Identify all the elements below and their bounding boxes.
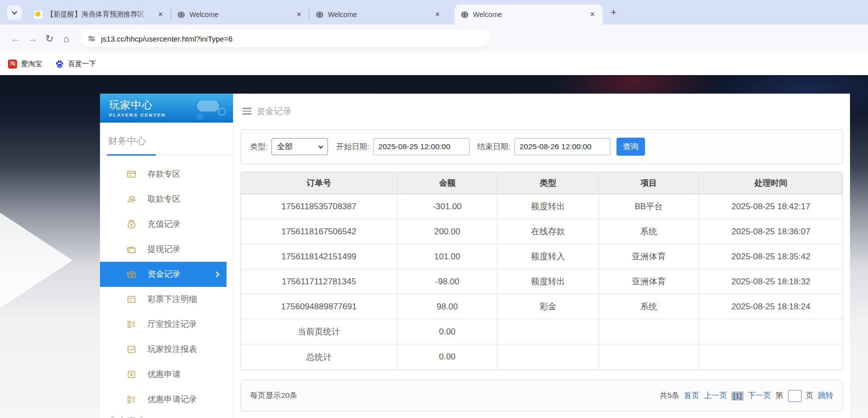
- withdraw-hand-icon: [126, 194, 136, 204]
- filter-bar: 类型: 全部 开始日期: 结束日期: 查询: [240, 129, 843, 164]
- cell-order-no: 1756118167506542: [241, 219, 397, 244]
- taobao-icon: 淘: [8, 60, 17, 69]
- forward-icon[interactable]: →: [24, 30, 41, 47]
- type-select[interactable]: 全部: [272, 138, 328, 155]
- sidebar-banner: 玩家中心 PLAYERS CENTER: [100, 94, 233, 123]
- cell-order-no: 1756118142151499: [241, 244, 397, 269]
- sidebar-item-withdraw-zone[interactable]: 取款专区: [100, 187, 233, 212]
- webpage-background: 玩家中心 PLAYERS CENTER 财务中心 存款专区 取款专区: [0, 75, 868, 418]
- type-label: 类型:: [250, 142, 268, 152]
- sidebar: 玩家中心 PLAYERS CENTER 财务中心 存款专区 取款专区: [100, 94, 233, 418]
- cell-process-time: 2025-08-25 18:35:42: [698, 244, 842, 269]
- table-row: 1756118167506542 200.00 在线存款 系统 2025-08-…: [241, 219, 842, 244]
- chevron-down-icon: [12, 9, 17, 15]
- money-bag-icon: [126, 219, 136, 229]
- table-row: 1756117112781345 -98.00 额度转出 亚洲体育 2025-0…: [241, 269, 842, 294]
- sidebar-item-withdraw-records[interactable]: 提现记录: [100, 237, 233, 262]
- cell-type: 彩金: [497, 294, 598, 319]
- summary-row-current-page: 当前页统计 0.00: [241, 319, 842, 344]
- document-list-icon: [126, 294, 136, 304]
- summary-label: 总统计: [241, 344, 397, 369]
- prev-page-link[interactable]: 上一页: [704, 390, 728, 401]
- cell-project: 亚洲体育: [598, 269, 699, 294]
- sidebar-section-title: 财务中心: [100, 123, 233, 155]
- gamepad-icon: [193, 97, 228, 120]
- main-content: 资金记录 类型: 全部 开始日期: 结束日期: 查询 订单号: [233, 94, 850, 418]
- reload-icon[interactable]: ↻: [41, 30, 58, 47]
- cell-amount: 101.00: [397, 244, 498, 269]
- tab-welcome-1[interactable]: Welcome ×: [171, 5, 309, 25]
- tab-search-button[interactable]: [7, 5, 22, 20]
- cell-order-no: 1756118535708387: [241, 194, 397, 219]
- pagination-bar: 每页显示20条 共5条 首页 上一页 [1] 下一页 第 页 跳转: [240, 380, 843, 411]
- content-header: 资金记录: [240, 94, 843, 119]
- tab-strip: 【新提醒】海燕体育预测推荐区 × Welcome × Welcome × Wel…: [0, 0, 868, 25]
- column-header-amount: 金额: [397, 172, 498, 194]
- tab-haiyan[interactable]: 【新提醒】海燕体育预测推荐区 ×: [28, 5, 170, 25]
- url-text: js13.cc/hhcp/usercenter.html?iniType=6: [101, 35, 232, 43]
- tab-welcome-active[interactable]: Welcome ×: [454, 5, 602, 25]
- close-icon[interactable]: ×: [294, 10, 304, 20]
- sidebar-item-promo-apply[interactable]: 优惠申请: [100, 362, 233, 387]
- globe-icon: [177, 11, 186, 19]
- jump-button[interactable]: 跳转: [818, 390, 834, 401]
- back-icon[interactable]: ←: [7, 30, 24, 47]
- column-header-order-no: 订单号: [241, 172, 397, 194]
- column-header-project: 项目: [598, 172, 699, 194]
- cell-amount: 200.00: [397, 219, 498, 244]
- sidebar-item-lottery-bet-detail[interactable]: 彩票下注明细: [100, 287, 233, 312]
- menu-toggle-icon[interactable]: [242, 108, 252, 115]
- bookmark-label: 百度一下: [68, 60, 96, 69]
- pager: 共5条 首页 上一页 [1] 下一页 第 页 跳转: [660, 390, 834, 402]
- search-button[interactable]: 查询: [616, 138, 645, 156]
- cell-type: 额度转出: [497, 269, 598, 294]
- cell-order-no: 1756094889877691: [241, 294, 397, 319]
- sidebar-item-hall-bet-records[interactable]: 厅室投注记录: [100, 312, 233, 337]
- tab-title: Welcome: [328, 11, 428, 19]
- end-date-input[interactable]: [514, 138, 610, 155]
- page-title: 资金记录: [256, 105, 292, 117]
- home-icon[interactable]: ⌂: [58, 30, 75, 47]
- cell-type: 额度转出: [497, 194, 598, 219]
- globe-icon: [460, 11, 469, 19]
- sidebar-item-promo-apply-records[interactable]: 优惠申请记录: [100, 387, 233, 412]
- wallet-icon: [126, 244, 136, 254]
- address-bar[interactable]: js13.cc/hhcp/usercenter.html?iniType=6: [80, 30, 490, 48]
- start-date-input[interactable]: [374, 138, 470, 155]
- cell-order-no: 1756117112781345: [241, 269, 397, 294]
- sidebar-item-fund-records[interactable]: 资金记录: [100, 262, 226, 287]
- new-tab-button[interactable]: +: [606, 6, 620, 20]
- jump-page-input[interactable]: [788, 390, 802, 402]
- bookmark-baidu[interactable]: du 百度一下: [55, 60, 96, 69]
- bookmark-aitaobao[interactable]: 淘 爱淘宝: [8, 60, 42, 69]
- sidebar-item-recharge-records[interactable]: 充值记录: [100, 212, 233, 237]
- tab-welcome-2[interactable]: Welcome ×: [310, 5, 448, 25]
- sidebar-item-label: 优惠申请: [148, 369, 180, 380]
- chevron-down-icon: [318, 144, 324, 149]
- close-icon[interactable]: ×: [432, 10, 442, 20]
- tab-title: 【新提醒】海燕体育预测推荐区: [46, 10, 152, 19]
- total-count-text: 共5条: [660, 390, 680, 401]
- bookmarks-bar: 淘 爱淘宝 du 百度一下: [0, 53, 868, 75]
- deposit-card-icon: [126, 169, 136, 179]
- grid-list-icon: [126, 394, 136, 404]
- chevron-right-icon: [214, 271, 219, 277]
- table-row: 1756118535708387 -301.00 额度转出 BB平台 2025-…: [241, 194, 842, 219]
- site-settings-icon[interactable]: [87, 34, 96, 43]
- tab-title: Welcome: [473, 11, 584, 19]
- sidebar-item-player-bet-report[interactable]: 玩家投注报表: [100, 337, 233, 362]
- sidebar-item-deposit-zone[interactable]: 存款专区: [100, 162, 233, 187]
- next-page-link[interactable]: 下一页: [748, 390, 772, 401]
- table-header-row: 订单号 金额 类型 项目 处理时间: [241, 172, 842, 194]
- close-icon[interactable]: ×: [588, 10, 598, 20]
- first-page-link[interactable]: 首页: [684, 390, 700, 401]
- coupon-icon: [126, 369, 136, 379]
- close-icon[interactable]: ×: [156, 10, 166, 20]
- grid-list-icon: [126, 319, 136, 329]
- cell-process-time: 2025-08-25 18:18:32: [698, 269, 842, 294]
- globe-icon: [316, 11, 324, 19]
- cell-project: 系统: [598, 294, 699, 319]
- bookmark-label: 爱淘宝: [21, 60, 42, 69]
- baidu-paw-icon: du: [55, 60, 64, 69]
- table-row: 1756094889877691 98.00 彩金 系统 2025-08-25 …: [241, 294, 842, 319]
